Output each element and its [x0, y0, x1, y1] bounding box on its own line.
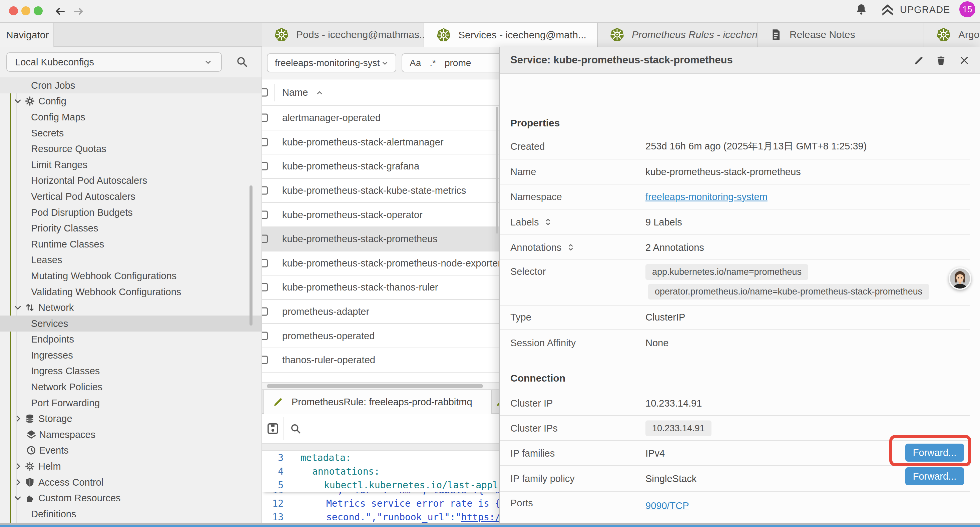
notifications-bell-icon[interactable]: [854, 3, 868, 16]
forward-button[interactable]: [73, 5, 85, 18]
sidebar-tree-item[interactable]: Config Maps: [0, 109, 262, 125]
notification-count-badge[interactable]: 15: [959, 2, 975, 18]
tab-services[interactable]: Services - icecheng@math...: [424, 23, 598, 47]
tab-pods[interactable]: Pods - icecheng@mathmas...: [262, 23, 424, 47]
code-link[interactable]: https://net: [461, 512, 499, 523]
upgrade-button[interactable]: UPGRADE: [881, 2, 950, 18]
sidebar-tree-item[interactable]: Resource Quotas: [0, 141, 262, 157]
back-button[interactable]: [54, 5, 66, 18]
row-checkbox[interactable]: [262, 210, 268, 219]
expand-collapse-icon[interactable]: [566, 243, 575, 252]
save-icon[interactable]: [266, 422, 280, 435]
sidebar-tree-item[interactable]: Secrets: [0, 125, 262, 141]
sidebar-tree-item[interactable]: Ingress Classes: [0, 363, 262, 379]
tree-chevron-icon[interactable]: [14, 416, 20, 422]
namespace-filter-dropdown[interactable]: freeleaps-monitoring-system: [267, 53, 396, 72]
search-icon[interactable]: [235, 56, 248, 68]
forward-port-button[interactable]: Forward...: [905, 444, 964, 462]
table-row[interactable]: prometheus-adapter: [262, 300, 499, 324]
navigator-tab[interactable]: Navigator: [0, 23, 54, 47]
sidebar-tree-item[interactable]: Access Control: [0, 474, 262, 490]
tree-chevron-icon[interactable]: [15, 304, 21, 309]
editor-tab-prometheusrule[interactable]: PrometheusRule: freeleaps-prod-rabbitmq: [264, 390, 492, 414]
sidebar-tree-item[interactable]: Config: [0, 93, 262, 110]
sidebar-tree-item[interactable]: Namespaces: [0, 427, 262, 443]
detail-scrollbar-track[interactable]: [975, 74, 975, 527]
sidebar-tree-item[interactable]: Definitions: [0, 506, 262, 522]
sidebar-tree-item[interactable]: Network Policies: [0, 379, 262, 395]
yaml-editor[interactable]: 3 metadata: 4 annotations: 5 kubectl.kub…: [262, 451, 499, 527]
sidebar-tree-item[interactable]: Vertical Pod Autoscalers: [0, 188, 262, 204]
sidebar-tree-item[interactable]: Helm: [0, 458, 262, 474]
close-panel-icon[interactable]: [959, 55, 970, 66]
tree-chevron-icon[interactable]: [15, 494, 21, 500]
sidebar-tree-item[interactable]: Pod Disruption Budgets: [0, 204, 262, 220]
sidebar-tree-item[interactable]: Custom Resources: [0, 490, 262, 506]
sidebar-tree-item[interactable]: Leases: [0, 252, 262, 268]
sidebar-tree-item[interactable]: Endpoints: [0, 331, 262, 347]
sidebar-tree-item[interactable]: Services: [0, 315, 262, 331]
name-column-header[interactable]: Name: [282, 87, 308, 98]
forward-port-button[interactable]: Forward...: [905, 467, 964, 485]
sidebar-tree-item[interactable]: Events: [0, 443, 262, 459]
row-checkbox[interactable]: [262, 162, 268, 170]
zoom-window-button[interactable]: [34, 6, 43, 15]
sidebar-tree-item[interactable]: Validating Webhook Configurations: [0, 284, 262, 300]
table-row[interactable]: kube-prometheus-stack-prometheus-node-ex…: [262, 252, 499, 276]
select-all-checkbox[interactable]: [262, 88, 268, 97]
table-row[interactable]: kube-prometheus-stack-grafana: [262, 154, 499, 179]
row-checkbox[interactable]: [262, 114, 268, 122]
table-row[interactable]: thanos-ruler-operated: [262, 348, 499, 373]
tab-release-notes[interactable]: Release Notes: [757, 23, 924, 47]
sidebar-tree-item[interactable]: Storage: [0, 411, 262, 427]
minimize-window-button[interactable]: [21, 6, 30, 15]
tree-chevron-icon[interactable]: [15, 97, 21, 103]
delete-icon[interactable]: [935, 55, 946, 66]
tab-argo[interactable]: Argo Se: [924, 23, 980, 47]
sidebar-tree-item[interactable]: Horizontal Pod Autoscalers: [0, 173, 262, 189]
horizontal-scrollbar[interactable]: [262, 382, 499, 390]
edit-icon[interactable]: [914, 55, 924, 66]
sidebar-tree-item[interactable]: Limit Ranges: [0, 157, 262, 173]
sidebar-tree-item[interactable]: Mutating Webhook Configurations: [0, 268, 262, 284]
list-search-input[interactable]: Aa .* prome: [402, 53, 499, 72]
sidebar-tree-item[interactable]: Network: [0, 299, 262, 315]
expand-collapse-icon[interactable]: [543, 218, 553, 227]
namespace-link[interactable]: freeleaps-monitoring-system: [646, 191, 767, 202]
match-case-toggle[interactable]: Aa: [410, 58, 421, 68]
close-window-button[interactable]: [9, 6, 18, 15]
row-checkbox[interactable]: [262, 235, 268, 243]
sidebar-tree-item[interactable]: Runtime Classes: [0, 236, 262, 252]
list-scrollbar-thumb[interactable]: [496, 107, 498, 234]
field-label: Labels: [510, 217, 553, 228]
sidebar-tree-item[interactable]: Ingresses: [0, 347, 262, 363]
table-row[interactable]: kube-prometheus-stack-prometheus: [262, 227, 499, 252]
sidebar-tree-item[interactable]: Priority Classes: [0, 220, 262, 236]
row-checkbox[interactable]: [262, 138, 268, 146]
table-row[interactable]: prometheus-operated: [262, 324, 499, 348]
regex-toggle[interactable]: .*: [430, 58, 436, 68]
sort-ascending-icon[interactable]: [315, 88, 324, 97]
table-row[interactable]: kube-prometheus-stack-kube-state-metrics: [262, 179, 499, 203]
port-link[interactable]: 9090/TCP: [646, 500, 689, 511]
row-checkbox[interactable]: [262, 186, 268, 195]
tree-chevron-icon[interactable]: [14, 479, 20, 485]
table-row[interactable]: kube-prometheus-stack-operator: [262, 203, 499, 227]
editor-search-icon[interactable]: [290, 423, 302, 435]
tree-chevron-icon[interactable]: [14, 463, 20, 469]
row-checkbox[interactable]: [262, 307, 268, 316]
table-row[interactable]: alertmanager-operated: [262, 106, 499, 131]
row-checkbox[interactable]: [262, 283, 268, 291]
table-row[interactable]: kube-prometheus-stack-alertmanager: [262, 131, 499, 155]
row-checkbox[interactable]: [262, 331, 268, 340]
horizontal-scrollbar-thumb[interactable]: [267, 384, 483, 388]
tab-prometheus-rules[interactable]: Prometheus Rules - icecheng...: [598, 23, 757, 47]
kubeconfig-selector[interactable]: Local Kubeconfigs: [6, 53, 222, 72]
sidebar-tree-item[interactable]: Cron Jobs: [0, 77, 262, 93]
table-row[interactable]: kube-prometheus-stack-thanos-ruler: [262, 275, 499, 300]
navigator-scrollbar-thumb[interactable]: [250, 185, 253, 326]
sidebar-tree-item[interactable]: Port Forwarding: [0, 395, 262, 411]
row-checkbox[interactable]: [262, 259, 268, 267]
user-avatar[interactable]: [949, 267, 971, 290]
row-checkbox[interactable]: [262, 356, 268, 364]
